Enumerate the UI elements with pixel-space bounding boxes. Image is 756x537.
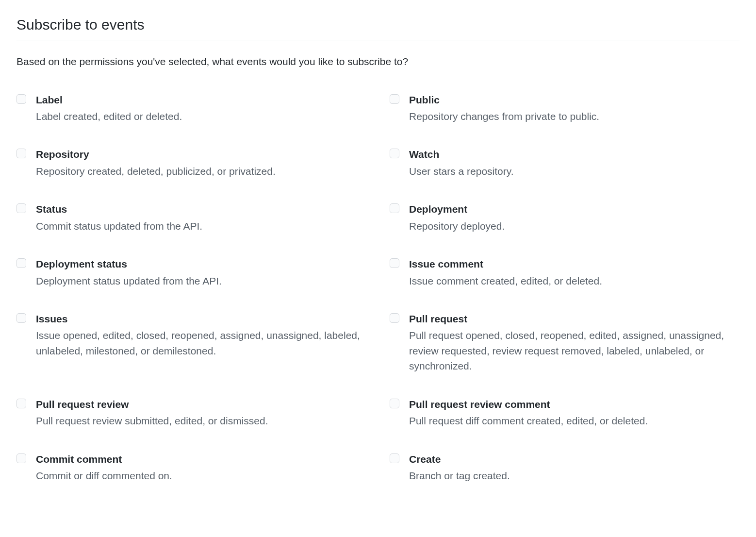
event-content: Pull request review comment Pull request… <box>409 397 740 429</box>
event-checkbox-label[interactable] <box>16 94 26 104</box>
event-checkbox-pull-request-review[interactable] <box>16 399 26 408</box>
event-title: Deployment status <box>36 257 366 271</box>
event-content: Status Commit status updated from the AP… <box>36 202 366 234</box>
event-checkbox-pull-request-review-comment[interactable] <box>390 399 399 408</box>
section-divider <box>16 40 740 40</box>
event-repository: Repository Repository created, deleted, … <box>16 147 366 179</box>
event-checkbox-public[interactable] <box>390 94 399 104</box>
event-content: Label Label created, edited or deleted. <box>36 93 366 124</box>
event-checkbox-watch[interactable] <box>390 149 399 158</box>
event-checkbox-issue-comment[interactable] <box>390 258 399 268</box>
event-content: Deployment status Deployment status upda… <box>36 257 366 288</box>
event-create: Create Branch or tag created. <box>390 452 740 484</box>
event-title: Create <box>409 452 740 466</box>
event-title: Commit comment <box>36 452 366 466</box>
event-desc: Branch or tag created. <box>409 468 740 484</box>
event-commit-comment: Commit comment Commit or diff commented … <box>16 452 366 484</box>
event-watch: Watch User stars a repository. <box>390 147 740 179</box>
section-title: Subscribe to events <box>16 17 740 33</box>
event-title: Deployment <box>409 202 740 216</box>
event-title: Label <box>36 93 366 107</box>
event-content: Watch User stars a repository. <box>409 147 740 179</box>
event-content: Issue comment Issue comment created, edi… <box>409 257 740 288</box>
event-title: Issues <box>36 312 366 326</box>
event-public: Public Repository changes from private t… <box>390 93 740 124</box>
event-content: Deployment Repository deployed. <box>409 202 740 234</box>
event-desc: Deployment status updated from the API. <box>36 273 366 289</box>
event-desc: User stars a repository. <box>409 164 740 179</box>
event-content: Pull request Pull request opened, closed… <box>409 312 740 374</box>
event-title: Issue comment <box>409 257 740 271</box>
event-checkbox-deployment-status[interactable] <box>16 258 26 268</box>
event-title: Status <box>36 202 366 216</box>
event-title: Pull request <box>409 312 740 326</box>
event-title: Pull request review comment <box>409 397 740 411</box>
event-title: Pull request review <box>36 397 366 411</box>
event-content: Pull request review Pull request review … <box>36 397 366 429</box>
event-title: Public <box>409 93 740 107</box>
event-content: Commit comment Commit or diff commented … <box>36 452 366 484</box>
event-issues: Issues Issue opened, edited, closed, reo… <box>16 312 366 374</box>
event-pull-request-review-comment: Pull request review comment Pull request… <box>390 397 740 429</box>
events-grid: Label Label created, edited or deleted. … <box>16 93 740 484</box>
event-deployment-status: Deployment status Deployment status upda… <box>16 257 366 288</box>
event-checkbox-status[interactable] <box>16 203 26 213</box>
event-title: Repository <box>36 147 366 161</box>
event-desc: Commit or diff commented on. <box>36 468 366 484</box>
event-desc: Label created, edited or deleted. <box>36 109 366 124</box>
event-pull-request-review: Pull request review Pull request review … <box>16 397 366 429</box>
section-description: Based on the permissions you've selected… <box>16 54 740 69</box>
event-desc: Pull request diff comment created, edite… <box>409 413 740 429</box>
event-checkbox-commit-comment[interactable] <box>16 453 26 463</box>
event-issue-comment: Issue comment Issue comment created, edi… <box>390 257 740 288</box>
event-desc: Pull request opened, closed, reopened, e… <box>409 328 740 374</box>
event-label: Label Label created, edited or deleted. <box>16 93 366 124</box>
event-desc: Repository changes from private to publi… <box>409 109 740 124</box>
event-title: Watch <box>409 147 740 161</box>
event-desc: Issue comment created, edited, or delete… <box>409 273 740 289</box>
event-content: Create Branch or tag created. <box>409 452 740 484</box>
event-checkbox-issues[interactable] <box>16 313 26 323</box>
event-desc: Commit status updated from the API. <box>36 218 366 234</box>
event-checkbox-pull-request[interactable] <box>390 313 399 323</box>
event-deployment: Deployment Repository deployed. <box>390 202 740 234</box>
event-checkbox-deployment[interactable] <box>390 203 399 213</box>
event-status: Status Commit status updated from the AP… <box>16 202 366 234</box>
event-content: Repository Repository created, deleted, … <box>36 147 366 179</box>
event-checkbox-repository[interactable] <box>16 149 26 158</box>
event-desc: Issue opened, edited, closed, reopened, … <box>36 328 366 358</box>
event-checkbox-create[interactable] <box>390 453 399 463</box>
event-content: Public Repository changes from private t… <box>409 93 740 124</box>
event-desc: Pull request review submitted, edited, o… <box>36 413 366 429</box>
event-pull-request: Pull request Pull request opened, closed… <box>390 312 740 374</box>
event-desc: Repository deployed. <box>409 218 740 234</box>
event-desc: Repository created, deleted, publicized,… <box>36 164 366 179</box>
event-content: Issues Issue opened, edited, closed, reo… <box>36 312 366 358</box>
